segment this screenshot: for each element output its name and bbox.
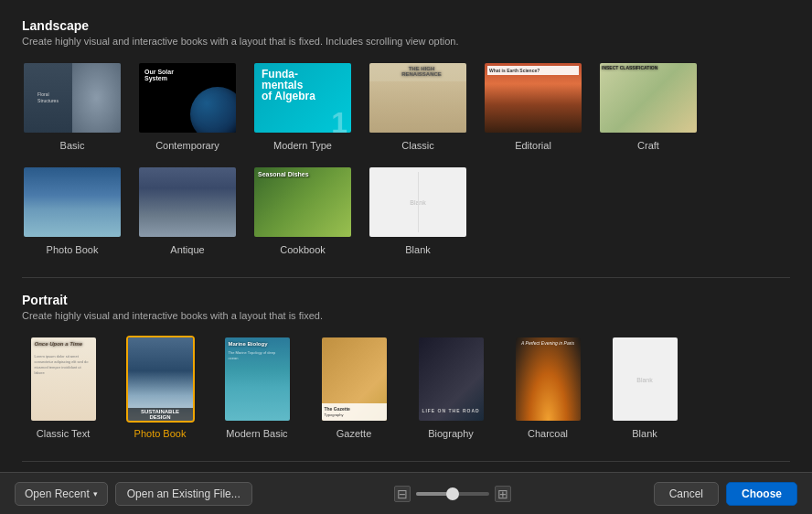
template-biography-label: Biography [428, 428, 474, 439]
template-blank-portrait-label: Blank [632, 428, 657, 439]
template-antique-label: Antique [170, 244, 204, 255]
template-modern-type-img: Funda-mentalsof Algebra 1 [254, 63, 351, 133]
template-craft-label: Craft [637, 140, 659, 151]
cancel-label: Cancel [669, 487, 703, 500]
cancel-button[interactable]: Cancel [654, 482, 719, 506]
template-blank-landscape-img: Blank [369, 167, 466, 237]
template-gazette[interactable]: The Gazette Typography Gazette [313, 336, 395, 439]
template-contemporary-thumb: Our SolarSystem [137, 61, 238, 134]
template-blank-portrait-img: Blank [613, 337, 678, 421]
open-recent-label: Open Recent [25, 487, 90, 500]
portrait-desc: Create highly visual and interactive boo… [22, 310, 790, 321]
template-charcoal-img: A Perfect Evening in Paris [516, 337, 581, 421]
template-editorial[interactable]: What is Earth Science? Editorial [483, 61, 583, 151]
template-classic[interactable]: THE HIGHRENAISSANCE Classic [368, 61, 468, 151]
choose-button[interactable]: Choose [726, 482, 797, 506]
template-photo-book-portrait[interactable]: SUSTAINABLEDESIGN Photo Book [119, 336, 201, 439]
chevron-down-icon: ▾ [93, 489, 98, 498]
template-photo-book-landscape-thumb [22, 166, 123, 239]
template-photo-book-landscape[interactable]: Photo Book [22, 166, 123, 255]
portrait-grid: Once Upon a Time Lorem ipsum dolor sit a… [22, 336, 790, 439]
template-classic-text[interactable]: Once Upon a Time Lorem ipsum dolor sit a… [22, 336, 104, 439]
template-cookbook-label: Cookbook [280, 244, 326, 255]
template-charcoal[interactable]: A Perfect Evening in Paris Charcoal [507, 336, 589, 439]
template-basic-thumb: FloralStructures [22, 61, 123, 134]
template-modern-type-label: Modern Type [273, 140, 332, 151]
zoom-out-icon[interactable]: ⊟ [394, 486, 411, 502]
template-biography-thumb: LIFE ON THE ROAD [417, 336, 486, 423]
template-craft-img: INSECT CLASSIFICATION [600, 63, 697, 133]
template-modern-basic-thumb: Marine Biology The Marine Topology of de… [223, 336, 292, 423]
bottom-right: Cancel Choose [654, 482, 797, 506]
template-editorial-thumb: What is Earth Science? [483, 61, 583, 134]
template-editorial-label: Editorial [515, 140, 551, 151]
zoom-in-icon[interactable]: ⊞ [495, 486, 511, 502]
template-classic-thumb: THE HIGHRENAISSANCE [368, 61, 468, 134]
template-photo-book-portrait-thumb: SUSTAINABLEDESIGN [126, 336, 195, 423]
template-craft[interactable]: INSECT CLASSIFICATION Craft [598, 61, 699, 151]
template-biography[interactable]: LIFE ON THE ROAD Biography [410, 336, 492, 439]
template-photo-book-portrait-label: Photo Book [134, 428, 187, 439]
bottom-bar: Open Recent ▾ Open an Existing File... ⊟… [0, 472, 812, 514]
template-biography-img: LIFE ON THE ROAD [419, 337, 484, 421]
template-basic-img: FloralStructures [24, 63, 121, 133]
template-classic-text-thumb: Once Upon a Time Lorem ipsum dolor sit a… [29, 336, 98, 423]
template-gazette-img: The Gazette Typography [322, 337, 387, 421]
zoom-slider[interactable] [416, 492, 489, 496]
template-classic-text-img: Once Upon a Time Lorem ipsum dolor sit a… [31, 337, 96, 421]
zoom-controls: ⊟ ⊞ [394, 486, 511, 502]
template-modern-basic[interactable]: Marine Biology The Marine Topology of de… [216, 336, 298, 439]
template-photo-book-landscape-img [24, 167, 121, 237]
template-blank-portrait-thumb: Blank [611, 336, 679, 423]
template-classic-label: Classic [401, 140, 433, 151]
template-modern-type[interactable]: Funda-mentalsof Algebra 1 Modern Type [252, 61, 353, 151]
template-blank-landscape-thumb: Blank [368, 166, 468, 239]
template-modern-type-thumb: Funda-mentalsof Algebra 1 [252, 61, 353, 134]
template-antique[interactable]: Antique [137, 166, 238, 255]
template-charcoal-label: Charcoal [528, 428, 568, 439]
template-antique-thumb [137, 166, 238, 239]
portrait-title: Portrait [22, 293, 790, 307]
landscape-section: Landscape Create highly visual and inter… [22, 18, 790, 255]
template-photo-book-landscape-label: Photo Book [47, 244, 99, 255]
landscape-desc: Create highly visual and interactive boo… [22, 36, 790, 47]
choose-label: Choose [742, 487, 782, 500]
template-gazette-label: Gazette [337, 428, 372, 439]
open-recent-button[interactable]: Open Recent ▾ [15, 482, 108, 506]
template-classic-text-label: Classic Text [37, 428, 90, 439]
template-modern-basic-label: Modern Basic [226, 428, 287, 439]
bottom-left: Open Recent ▾ Open an Existing File... [15, 482, 252, 506]
template-contemporary-img: Our SolarSystem [139, 63, 236, 133]
portrait-section: Portrait Create highly visual and intera… [22, 293, 790, 439]
template-gazette-thumb: The Gazette Typography [320, 336, 389, 423]
template-craft-thumb: INSECT CLASSIFICATION [598, 61, 699, 134]
template-blank-landscape[interactable]: Blank Blank [368, 166, 468, 255]
template-blank-portrait[interactable]: Blank Blank [604, 336, 686, 439]
open-existing-button[interactable]: Open an Existing File... [115, 482, 252, 506]
template-blank-landscape-label: Blank [405, 244, 431, 255]
template-cookbook[interactable]: Seasonal Dishes Cookbook [252, 166, 353, 255]
landscape-portrait-divider [22, 277, 790, 278]
template-contemporary-label: Contemporary [155, 140, 219, 151]
template-modern-basic-img: Marine Biology The Marine Topology of de… [225, 337, 290, 421]
template-editorial-img: What is Earth Science? [485, 63, 582, 133]
landscape-grid: FloralStructures Basic Our SolarSystem C… [22, 61, 790, 255]
template-cookbook-img: Seasonal Dishes [254, 167, 351, 237]
template-cookbook-thumb: Seasonal Dishes [252, 166, 353, 239]
template-contemporary[interactable]: Our SolarSystem Contemporary [137, 61, 238, 151]
template-photo-book-portrait-img: SUSTAINABLEDESIGN [128, 337, 193, 421]
template-classic-img: THE HIGHRENAISSANCE [369, 63, 466, 133]
open-existing-label: Open an Existing File... [127, 487, 240, 500]
zoom-slider-thumb [446, 487, 459, 500]
landscape-title: Landscape [22, 18, 790, 33]
template-antique-img [139, 167, 236, 237]
template-charcoal-thumb: A Perfect Evening in Paris [514, 336, 582, 423]
template-basic-label: Basic [60, 140, 85, 151]
template-basic[interactable]: FloralStructures Basic [22, 61, 123, 151]
portrait-epub-divider [22, 461, 790, 462]
